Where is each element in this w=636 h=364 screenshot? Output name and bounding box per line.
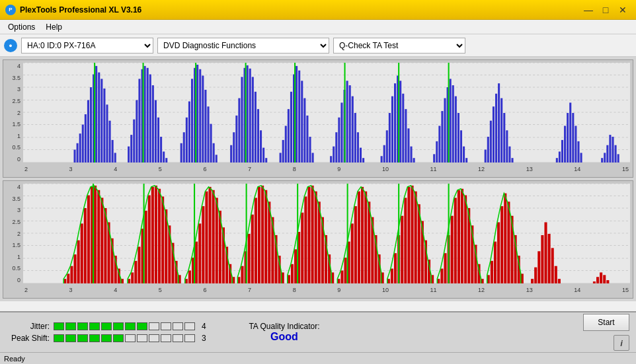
svg-rect-268: [407, 187, 410, 283]
start-button[interactable]: Start: [583, 314, 629, 331]
peak-shift-value: 3: [202, 334, 206, 343]
svg-rect-70: [265, 158, 267, 163]
svg-rect-296: [500, 206, 503, 283]
progress-segment: [149, 322, 159, 330]
device-icon: ●: [4, 39, 17, 52]
svg-rect-282: [454, 198, 457, 283]
test-select[interactable]: Q-Check TA Test: [333, 38, 465, 54]
svg-rect-39: [163, 151, 165, 163]
svg-rect-54: [213, 143, 215, 163]
svg-rect-190: [148, 196, 151, 283]
progress-segment: [184, 334, 195, 342]
svg-rect-27: [130, 135, 132, 163]
svg-rect-99: [381, 156, 383, 163]
minimize-button[interactable]: —: [580, 3, 596, 17]
menu-options[interactable]: Options: [3, 21, 40, 33]
maximize-button[interactable]: □: [598, 3, 614, 17]
ta-quality-label: TA Quality Indicator:: [249, 322, 319, 331]
menu-help[interactable]: Help: [40, 21, 67, 33]
bottom-chart-inner: [23, 184, 630, 283]
svg-rect-93: [349, 85, 351, 163]
progress-segment: [161, 322, 171, 330]
svg-rect-113: [433, 154, 435, 163]
svg-rect-24: [114, 153, 116, 163]
start-btn-area: Start i: [583, 314, 629, 351]
svg-rect-43: [183, 132, 185, 163]
device-select[interactable]: HA:0 ID:0 PX-716A: [21, 38, 153, 54]
progress-segment: [113, 334, 124, 342]
svg-rect-95: [354, 113, 356, 163]
status-left: Jitter: 4 Peak Shift: 3: [7, 322, 218, 343]
svg-rect-278: [440, 269, 443, 283]
info-button[interactable]: i: [614, 335, 629, 351]
svg-rect-254: [361, 187, 364, 283]
svg-rect-11: [79, 133, 81, 163]
svg-rect-220: [248, 234, 251, 283]
svg-rect-56: [195, 63, 196, 163]
svg-rect-65: [252, 77, 254, 163]
svg-rect-88: [335, 132, 337, 163]
svg-rect-171: [84, 208, 87, 283]
svg-rect-96: [357, 132, 359, 163]
svg-rect-307: [544, 222, 547, 283]
svg-rect-147: [577, 141, 579, 163]
svg-rect-53: [210, 124, 212, 163]
svg-rect-295: [497, 222, 500, 283]
svg-rect-139: [556, 158, 558, 163]
svg-rect-305: [537, 251, 540, 283]
svg-rect-32: [144, 66, 146, 163]
svg-rect-58: [233, 132, 235, 163]
svg-rect-98: [362, 158, 364, 163]
svg-rect-78: [296, 66, 298, 163]
svg-rect-29: [136, 100, 138, 163]
ready-status: Ready: [4, 355, 25, 363]
svg-rect-60: [238, 98, 240, 163]
svg-rect-104: [394, 83, 396, 163]
svg-rect-83: [309, 137, 311, 163]
progress-segment: [54, 334, 64, 342]
bottom-chart-svg: [23, 184, 630, 283]
svg-rect-309: [551, 248, 554, 283]
peak-shift-row: Peak Shift: 3: [7, 334, 218, 343]
svg-rect-222: [255, 198, 257, 283]
svg-rect-51: [204, 90, 206, 163]
svg-rect-103: [391, 96, 393, 163]
svg-rect-233: [291, 264, 294, 283]
svg-rect-41: [143, 63, 144, 163]
svg-rect-80: [301, 81, 303, 163]
svg-rect-68: [260, 130, 262, 163]
svg-rect-176: [100, 198, 103, 283]
svg-rect-63: [247, 65, 249, 163]
status-bar: Jitter: 4 Peak Shift: 3 TA Quality Indic…: [0, 311, 636, 352]
svg-rect-294: [494, 242, 497, 283]
svg-rect-126: [398, 63, 399, 163]
svg-rect-106: [399, 81, 401, 163]
top-chart-inner: [23, 63, 630, 163]
svg-rect-308: [548, 234, 551, 283]
svg-rect-234: [294, 249, 297, 283]
svg-rect-66: [255, 92, 257, 163]
progress-segment: [77, 334, 88, 342]
svg-rect-28: [133, 120, 135, 163]
svg-rect-114: [436, 141, 438, 163]
svg-rect-206: [202, 206, 204, 283]
svg-rect-174: [94, 186, 97, 283]
svg-rect-92: [346, 81, 348, 163]
svg-rect-102: [389, 113, 391, 163]
svg-rect-120: [452, 85, 454, 163]
close-button[interactable]: ✕: [615, 3, 631, 17]
function-select[interactable]: DVD Diagnostic Functions: [157, 38, 329, 54]
svg-rect-210: [216, 198, 218, 283]
svg-rect-293: [491, 261, 493, 283]
svg-rect-193: [158, 189, 161, 283]
svg-rect-12: [82, 125, 84, 163]
top-chart-svg: [23, 63, 630, 163]
svg-rect-303: [531, 279, 534, 283]
svg-rect-153: [612, 137, 614, 163]
svg-rect-119: [450, 79, 452, 163]
svg-rect-237: [304, 196, 307, 283]
svg-rect-38: [160, 137, 162, 163]
svg-rect-194: [161, 196, 164, 283]
svg-rect-249: [344, 258, 347, 283]
svg-rect-218: [241, 266, 243, 283]
